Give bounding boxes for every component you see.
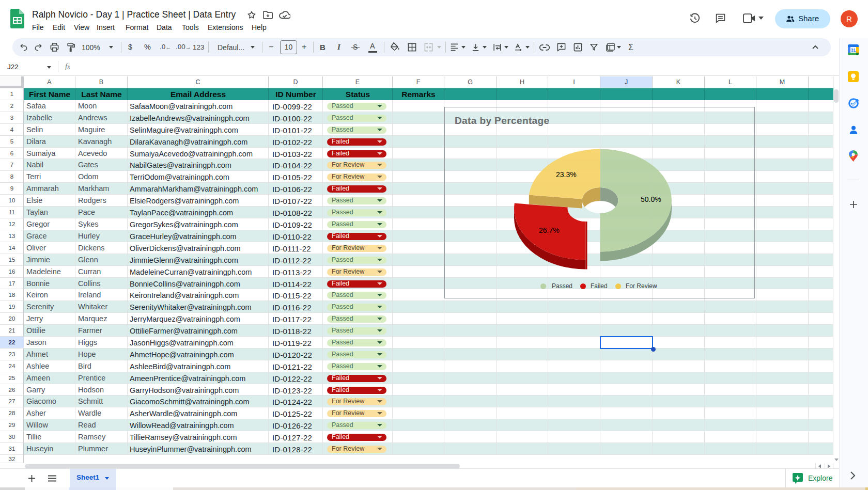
svg-text:31: 31 — [851, 48, 856, 53]
